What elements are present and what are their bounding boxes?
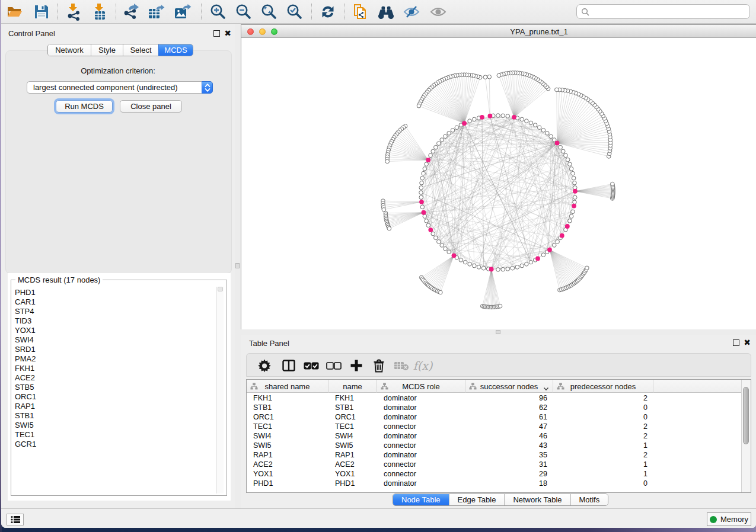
copy-network-button[interactable] [352,3,369,21]
mcds-result-list[interactable]: PHD1CAR1STP4TID3YOX1SWI4SRD1PMA2FKH1ACE2… [13,286,225,493]
result-node-item[interactable]: SWI5 [13,421,225,430]
column-header-shared-name[interactable]: shared name [247,380,328,393]
show-task-history-button[interactable] [7,514,24,525]
result-node-item[interactable]: SWI4 [13,335,225,345]
search-input[interactable] [592,7,749,16]
table-row[interactable]: ACE2ACE2connector311 [247,460,741,469]
import-table-button[interactable] [91,3,109,21]
horizontal-splitter[interactable] [241,329,756,335]
network-search-box[interactable] [576,4,750,19]
control-panel-title: Control Panel [8,29,55,38]
main-toolbar [1,0,756,24]
function-builder-button[interactable]: f(x) [414,357,432,374]
close-panel-icon[interactable]: ✖ [224,30,231,37]
export-table-button[interactable] [148,3,165,21]
columns-icon [282,360,295,371]
save-session-button[interactable] [33,3,50,21]
result-list-scrollbar[interactable] [216,287,224,493]
minimize-window-icon[interactable] [259,28,266,35]
zoom-selected-button[interactable] [285,3,303,21]
cell-shared-name: FKH1 [253,393,272,403]
result-node-item[interactable]: RAP1 [13,402,225,411]
splitter-handle-icon[interactable] [235,263,240,268]
tab-node-table[interactable]: Node Table [393,494,449,505]
tab-network-table[interactable]: Network Table [504,494,570,505]
table-row[interactable]: ORC1ORC1dominator610 [247,412,741,422]
run-mcds-button[interactable]: Run MCDS [56,100,113,113]
close-window-icon[interactable] [247,28,254,35]
result-node-item[interactable]: GCR1 [13,440,225,449]
export-network-button[interactable] [122,3,139,21]
memory-button[interactable]: Memory [707,512,751,526]
close-panel-button[interactable]: Close panel [120,100,182,113]
result-node-item[interactable]: TEC1 [13,430,225,440]
result-node-item[interactable]: ACE2 [13,373,225,383]
cell-mcds-role: dominator [384,403,417,412]
network-view-titlebar[interactable]: YPA_prune.txt_1 [241,25,756,38]
result-node-item[interactable]: PHD1 [13,288,225,297]
tab-select[interactable]: Select [123,44,158,56]
table-row[interactable]: RAP1RAP1dominator352 [247,450,741,460]
result-node-item[interactable]: FKH1 [13,364,225,373]
tab-network[interactable]: Network [48,44,91,56]
table-row[interactable]: YOX1YOX1connector291 [247,469,741,479]
result-node-item[interactable]: SRD1 [13,345,225,354]
cell-successor-nodes: 96 [465,393,547,403]
zoom-in-button[interactable] [209,3,227,21]
cell-mcds-role: connector [384,469,416,479]
result-node-item[interactable]: STB5 [13,383,225,392]
result-node-item[interactable]: CAR1 [13,297,225,307]
table-row[interactable]: SWI4SWI4dominator462 [247,431,741,441]
tab-style[interactable]: Style [91,44,123,56]
hide-selected-button[interactable] [403,3,420,21]
result-node-item[interactable]: STB1 [13,411,225,421]
delete-column-button[interactable] [370,357,388,374]
select-all-button[interactable] [302,357,320,374]
column-header-name[interactable]: name [328,380,377,393]
zoom-in-icon [209,4,226,20]
zoom-out-button[interactable] [234,3,252,21]
table-row[interactable]: SWI5SWI5connector431 [247,441,741,450]
tab-edge-table[interactable]: Edge Table [449,494,505,505]
cell-shared-name: SWI5 [253,441,272,450]
float-panel-icon[interactable] [213,30,220,37]
network-canvas[interactable] [241,39,756,330]
column-header-label: shared name [265,382,310,391]
table-scrollbar[interactable] [741,380,751,492]
table-options-button[interactable] [256,357,273,374]
table-row[interactable]: FKH1FKH1dominator962 [247,393,741,403]
delete-table-button[interactable] [393,357,410,374]
export-image-button[interactable] [174,3,192,21]
column-header-MCDS-role[interactable]: MCDS role [377,380,465,393]
maximize-window-icon[interactable] [271,28,277,35]
show-all-button[interactable] [429,3,447,21]
unselect-all-button[interactable] [325,357,343,374]
add-column-button[interactable] [347,357,365,374]
result-node-item[interactable]: ORC1 [13,392,225,402]
table-row[interactable]: PHD1PHD1dominator180 [247,479,741,488]
float-panel-icon[interactable] [733,339,739,346]
search-network-button[interactable] [377,3,395,21]
result-node-item[interactable]: YOX1 [13,326,225,335]
tab-mcds[interactable]: MCDS [158,44,193,56]
close-panel-icon[interactable]: ✖ [744,339,751,346]
tab-motifs[interactable]: Motifs [570,494,608,505]
vertical-splitter[interactable] [235,24,241,508]
column-header-predecessor-nodes[interactable]: predecessor nodes [553,380,653,393]
optimization-criterion-dropdown[interactable]: largest connected component (undirected) [27,81,213,94]
refresh-view-button[interactable] [319,3,337,21]
zoom-fit-button[interactable] [260,3,277,21]
cell-predecessor-nodes: 2 [553,422,647,431]
show-column-button[interactable] [280,357,298,374]
scrollbar-thumb[interactable] [743,387,749,444]
column-header-successor-nodes[interactable]: successor nodes [465,380,553,393]
table-row[interactable]: TEC1TEC1connector472 [247,422,741,431]
result-node-item[interactable]: PMA2 [13,354,225,364]
result-node-item[interactable]: STP4 [13,307,225,316]
result-node-item[interactable]: TID3 [13,316,225,326]
open-session-button[interactable] [6,3,24,21]
splitter-handle-icon[interactable] [496,330,500,334]
import-network-button[interactable] [65,3,82,21]
table-row[interactable]: STB1STB1dominator620 [247,403,741,412]
plus-icon [350,359,363,372]
